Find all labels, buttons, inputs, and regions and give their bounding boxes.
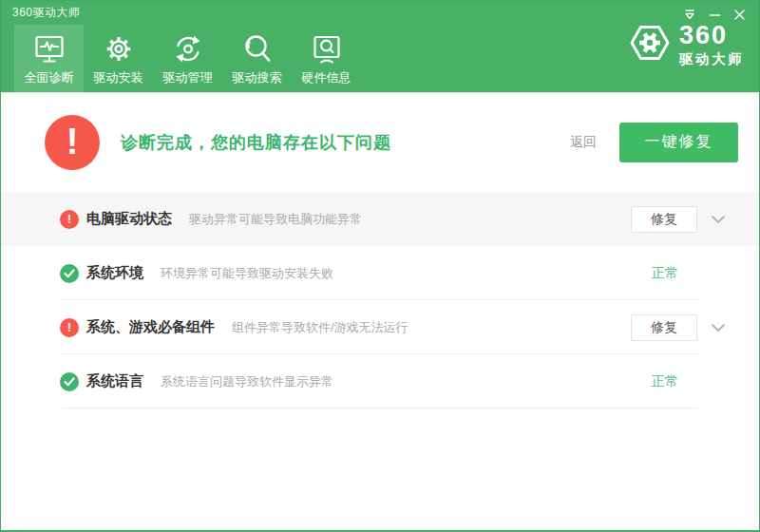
nav-item-label: 驱动安装 — [94, 69, 143, 86]
sync-icon — [172, 32, 204, 66]
close-icon — [733, 9, 746, 21]
issue-row[interactable]: !电脑驱动状态驱动异常可能导致电脑功能异常修复 — [1, 192, 759, 246]
alert-badge-icon: ! — [45, 115, 100, 170]
check-circle-icon — [60, 264, 79, 283]
issue-description: 组件异常导致软件/游戏无法运行 — [232, 319, 408, 336]
issue-row[interactable]: !系统、游戏必备组件组件异常导致软件/游戏无法运行修复 — [1, 300, 759, 354]
brand-number: 360 — [679, 23, 744, 48]
issue-description: 环境异常可能导致驱动安装失败 — [161, 265, 333, 282]
check-circle-icon — [60, 372, 79, 391]
footer-area — [1, 408, 759, 530]
issue-title: 系统语言 — [86, 372, 143, 390]
error-exclamation-icon: ! — [60, 210, 79, 229]
hexagon-gear-icon — [628, 21, 672, 68]
app-header: 360驱动大师 全面诊断驱动安装驱动管理驱动搜索硬件信息 360 驱动大师 — [1, 1, 759, 92]
diagnosis-summary: ! 诊断完成，您的电脑存在以下问题 返回 一键修复 — [1, 92, 759, 192]
search-icon — [241, 32, 274, 66]
nav-item-label: 全面诊断 — [25, 69, 74, 86]
status-normal-label: 正常 — [652, 265, 678, 282]
row-divider — [62, 408, 698, 408]
menu-triangle-icon — [683, 9, 696, 21]
issue-title: 系统、游戏必备组件 — [86, 318, 215, 336]
issue-list: !电脑驱动状态驱动异常可能导致电脑功能异常修复系统环境环境异常可能导致驱动安装失… — [1, 192, 759, 408]
issue-description: 驱动异常可能导致电脑功能异常 — [189, 211, 362, 228]
nav-item-1[interactable]: 全面诊断 — [14, 25, 84, 92]
issue-row: 系统语言系统语言问题导致软件显示异常正常 — [1, 354, 759, 408]
nav-item-3[interactable]: 驱动管理 — [153, 25, 222, 92]
gear-icon — [103, 32, 135, 66]
fix-button[interactable]: 修复 — [631, 314, 697, 341]
back-link[interactable]: 返回 — [570, 134, 597, 151]
issue-description: 系统语言问题导致软件显示异常 — [161, 373, 333, 390]
issue-title: 系统环境 — [86, 264, 143, 282]
nav-item-label: 驱动管理 — [163, 69, 213, 86]
app-window: 360驱动大师 全面诊断驱动安装驱动管理驱动搜索硬件信息 360 驱动大师 ! … — [0, 0, 760, 532]
nav-item-4[interactable]: 驱动搜索 — [222, 25, 292, 92]
minimize-icon — [709, 9, 721, 21]
brand-logo: 360 驱动大师 — [628, 21, 744, 68]
nav-item-label: 硬件信息 — [302, 69, 352, 86]
diagnosis-monitor-icon — [33, 32, 66, 66]
nav-item-5[interactable]: 硬件信息 — [292, 25, 361, 92]
window-title: 360驱动大师 — [12, 5, 81, 21]
issue-row: 系统环境环境异常可能导致驱动安装失败正常 — [1, 246, 759, 300]
chevron-down-icon[interactable] — [711, 323, 726, 332]
hardware-monitor-icon — [311, 32, 343, 66]
issue-title: 电脑驱动状态 — [86, 210, 172, 228]
error-exclamation-icon: ! — [60, 318, 79, 337]
nav-item-label: 驱动搜索 — [233, 69, 282, 86]
chevron-down-icon[interactable] — [711, 215, 726, 224]
diagnosis-heading: 诊断完成，您的电脑存在以下问题 — [121, 131, 391, 154]
status-normal-label: 正常 — [652, 373, 678, 390]
brand-name: 驱动大师 — [679, 52, 744, 66]
fix-button[interactable]: 修复 — [631, 206, 697, 233]
nav-item-2[interactable]: 驱动安装 — [84, 25, 153, 92]
fix-all-button[interactable]: 一键修复 — [619, 123, 738, 162]
